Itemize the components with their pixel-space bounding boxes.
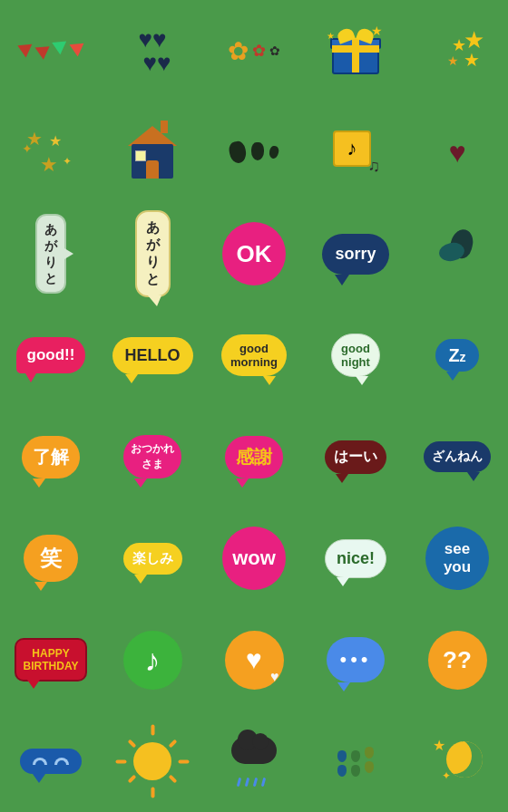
- sticker-tanoshimi[interactable]: 楽しみ: [102, 508, 203, 609]
- sticker-stars[interactable]: ★ ★ ★ ★: [406, 0, 508, 102]
- sticker-house[interactable]: [102, 102, 203, 203]
- sticker-good-night[interactable]: goodnight: [305, 304, 406, 406]
- sticker-see-you[interactable]: seeyou: [406, 508, 508, 609]
- sticker-hai[interactable]: はーい: [305, 406, 406, 508]
- sticker-zannen[interactable]: ざんねん: [406, 406, 508, 508]
- sticker-dark-hearts[interactable]: ♥♥ ♥♥: [102, 0, 203, 102]
- sticker-gold-stars[interactable]: ★ ✦ ★ ★ ✦: [0, 102, 102, 203]
- sticker-thank-you[interactable]: あがりと: [102, 203, 203, 304]
- sticker-moon[interactable]: ★ ✦: [406, 710, 508, 812]
- sticker-heart-circle[interactable]: ♥ ♥: [203, 609, 305, 710]
- sticker-arigato[interactable]: あがりと: [0, 203, 102, 304]
- sticker-music-card[interactable]: ♪ ♫: [305, 102, 406, 203]
- sticker-otsukaresama[interactable]: おつかれさま: [102, 406, 203, 508]
- sticker-rain-cloud[interactable]: [203, 710, 305, 812]
- sticker-flowers[interactable]: ✿ ✿ ✿: [203, 0, 305, 102]
- sticker-kansha[interactable]: 感謝: [203, 406, 305, 508]
- thank-you-text: あがりと: [146, 219, 160, 286]
- sticker-gift[interactable]: ★ ★: [305, 0, 406, 102]
- sticker-dark-drops[interactable]: [203, 102, 305, 203]
- sticker-question[interactable]: ??: [406, 609, 508, 710]
- sticker-good-morning[interactable]: goodmorning: [203, 304, 305, 406]
- sticker-sleep-face[interactable]: [0, 710, 102, 812]
- sticker-dots[interactable]: •••: [305, 609, 406, 710]
- sticker-hello[interactable]: HELLO: [102, 304, 203, 406]
- sticker-colored-drops[interactable]: [305, 710, 406, 812]
- sticker-good[interactable]: good!!: [0, 304, 102, 406]
- sticker-sorry[interactable]: sorry: [305, 203, 406, 304]
- sticker-happy-birthday[interactable]: HAPPYBIRTHDAY: [0, 609, 102, 710]
- sticker-music-note-circle[interactable]: ♪: [102, 609, 203, 710]
- sticker-bunting[interactable]: [0, 0, 102, 102]
- sticker-ok[interactable]: OK: [203, 203, 305, 304]
- sticker-dark-heart[interactable]: ♥: [406, 102, 508, 203]
- sticker-wow[interactable]: wow: [203, 508, 305, 609]
- sticker-ryokai[interactable]: 了解: [0, 406, 102, 508]
- sticker-warai[interactable]: 笑: [0, 508, 102, 609]
- sorry-text: sorry: [335, 245, 376, 263]
- sticker-grid: ♥♥ ♥♥ ✿ ✿ ✿ ★ ★: [0, 0, 508, 812]
- sticker-dark-leaf[interactable]: [406, 203, 508, 304]
- sticker-nice[interactable]: nice!: [305, 508, 406, 609]
- sticker-zzz[interactable]: Zz: [406, 304, 508, 406]
- sticker-sun[interactable]: [102, 710, 203, 812]
